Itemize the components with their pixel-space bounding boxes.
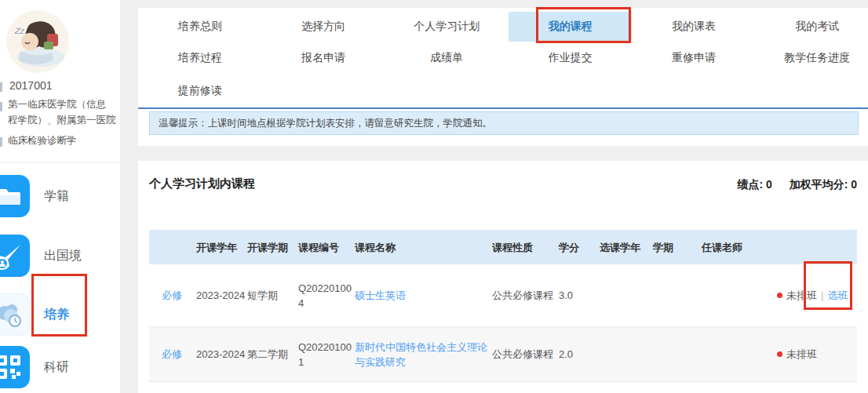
affiliation-line: 程学院）、附属第一医院: [8, 113, 121, 129]
status-dot: [777, 351, 782, 357]
folder-icon: [0, 175, 30, 217]
tab-retake-apply[interactable]: 重修申请: [632, 42, 755, 75]
student-id: 2017001: [9, 79, 53, 92]
nav-divider-line: [138, 107, 868, 109]
tab-choose-direction[interactable]: 选择方向: [261, 12, 385, 42]
sidebar: Zz 2017001 第一临床医学院（信息 程学院）、附属第一医院 临床检验诊断…: [0, 0, 120, 393]
sidebar-item-student-status[interactable]: 学籍: [0, 175, 120, 217]
course-type-link[interactable]: 必修: [149, 347, 196, 362]
header-course-code: 课程编号: [298, 240, 355, 255]
header-open-year: 开课学年: [196, 240, 247, 255]
status-cell: 未排班: [772, 347, 857, 362]
header-select-term: 学期: [653, 240, 702, 255]
status-separator: |: [821, 288, 823, 303]
tab-training-process[interactable]: 培养过程: [138, 42, 261, 75]
abroad-icon: [0, 235, 30, 277]
status-dot: [777, 293, 782, 298]
header-select-year: 选课学年: [600, 240, 653, 255]
top-nav-panel: 培养总则 选择方向 个人学习计划 我的课程 我的课表 我的考试 培养过程 报名申…: [138, 8, 868, 146]
status-cell: 未排班 | 选班: [772, 288, 857, 303]
tab-teaching-progress[interactable]: 教学任务进度: [756, 42, 868, 75]
course-nature-cell: 公共必修课程: [492, 288, 559, 303]
sidebar-item-label: 出国境: [44, 235, 82, 277]
nav-tabs: 培养总则 选择方向 个人学习计划 我的课程 我的课表 我的考试 培养过程 报名申…: [138, 12, 868, 107]
open-term-cell: 短学期: [247, 288, 298, 303]
id-bullet: [0, 82, 2, 92]
tab-my-timetable[interactable]: 我的课表: [632, 12, 755, 42]
major-bullet: [0, 137, 2, 147]
course-code-cell: Q202201001: [298, 340, 355, 369]
course-table: 开课学年 开课学期 课程编号 课程名称 课程性质 学分 选课学年 学期 任课老师…: [149, 230, 857, 382]
table-row: 必修 2023-2024 第二学期 Q202201001 新时代中国特色社会主义…: [149, 327, 857, 382]
header-credit: 学分: [559, 240, 600, 255]
course-name-link[interactable]: 硕士生英语: [355, 288, 492, 303]
tab-registration[interactable]: 报名申请: [261, 42, 385, 75]
tab-advance-study[interactable]: 提前修读: [138, 75, 261, 107]
course-nature-cell: 公共必修课程: [492, 347, 559, 362]
open-year-cell: 2023-2024: [196, 347, 247, 362]
header-open-term: 开课学期: [247, 240, 298, 255]
section-title: 个人学习计划内课程: [149, 176, 255, 191]
table-row: 必修 2023-2024 短学期 Q202201004 硕士生英语 公共必修课程…: [149, 264, 857, 327]
content-panel: 个人学习计划内课程 绩点: 0 加权平均分: 0 开课学年 开课学期 课程编号 …: [138, 161, 868, 393]
affiliation-line: 第一临床医学院（信息: [8, 97, 121, 113]
sidebar-item-research[interactable]: 科研: [0, 346, 120, 388]
credit-cell: 3.0: [559, 288, 600, 303]
header-teacher: 任课老师: [702, 240, 772, 255]
sidebar-item-label: 学籍: [44, 175, 69, 217]
weighted-avg-value: 0: [851, 178, 857, 191]
tab-homework-submit[interactable]: 作业提交: [509, 42, 632, 75]
sidebar-item-label: 科研: [44, 346, 69, 388]
weighted-avg-label: 加权平均分:: [790, 178, 848, 191]
open-year-cell: 2023-2024: [196, 288, 247, 303]
status-text: 未排班: [786, 288, 817, 303]
sidebar-item-abroad[interactable]: 出国境: [0, 235, 120, 277]
header-course-name: 课程名称: [355, 240, 492, 255]
select-class-link[interactable]: 选班: [827, 288, 848, 303]
tab-my-exams[interactable]: 我的考试: [756, 12, 868, 42]
qr-code-icon: [0, 346, 30, 388]
tab-personal-plan[interactable]: 个人学习计划: [385, 12, 509, 42]
credit-cell: 2.0: [559, 347, 600, 362]
svg-text:Zz: Zz: [14, 27, 25, 35]
tab-training-rules[interactable]: 培养总则: [138, 12, 261, 42]
course-type-link[interactable]: 必修: [149, 288, 196, 303]
affiliation-bullet: [0, 102, 2, 111]
gpa-label: 绩点:: [738, 178, 764, 191]
course-code-cell: Q202201004: [298, 281, 355, 311]
sidebar-divider: [0, 162, 120, 163]
open-term-cell: 第二学期: [247, 347, 298, 362]
course-name-link[interactable]: 新时代中国特色社会主义理论与实践研究: [355, 340, 492, 369]
sidebar-item-label: 培养: [44, 293, 69, 336]
gpa-value: 0: [766, 178, 772, 191]
training-icon: [0, 293, 30, 336]
sidebar-item-training[interactable]: 培养: [0, 293, 120, 336]
gpa-stats: 绩点: 0 加权平均分: 0: [738, 178, 858, 192]
affiliation: 第一临床医学院（信息 程学院）、附属第一医院: [8, 97, 121, 128]
status-text: 未排班: [786, 347, 817, 362]
notice-bar: 温馨提示：上课时间地点根据学院计划表安排，请留意研究生院，学院通知。: [149, 111, 859, 135]
tab-transcript[interactable]: 成绩单: [385, 42, 509, 75]
header-course-nature: 课程性质: [492, 240, 559, 255]
tab-my-courses[interactable]: 我的课程: [509, 12, 632, 42]
major: 临床检验诊断学: [8, 134, 77, 147]
avatar: Zz: [6, 10, 69, 73]
table-header-row: 开课学年 开课学期 课程编号 课程名称 课程性质 学分 选课学年 学期 任课老师: [149, 230, 857, 264]
